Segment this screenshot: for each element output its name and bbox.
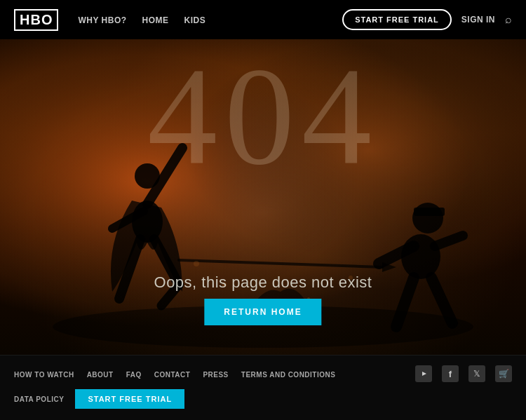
nav-links: WHY HBO? HOME KIDS [78, 13, 342, 26]
search-icon[interactable]: ⌕ [505, 13, 512, 26]
footer-top: HOW TO WATCH ABOUT FAQ CONTACT PRESS TER… [14, 365, 512, 382]
footer-how-to-watch[interactable]: HOW TO WATCH [14, 371, 74, 379]
cart-icon[interactable]: 🛒 [495, 365, 512, 382]
footer-contact[interactable]: CONTACT [154, 371, 191, 379]
nav-why-hbo[interactable]: WHY HBO? [78, 15, 126, 25]
header: HBO WHY HBO? HOME KIDS START FREE TRIAL … [0, 0, 526, 39]
twitter-icon[interactable]: 𝕏 [468, 365, 485, 382]
footer-bottom: DATA POLICY START FREE TRIAL [14, 389, 512, 409]
footer-faq[interactable]: FAQ [126, 371, 142, 379]
facebook-icon[interactable]: f [442, 365, 459, 382]
start-free-trial-button[interactable]: START FREE TRIAL [342, 9, 452, 30]
header-right: START FREE TRIAL SIGN IN ⌕ [342, 9, 512, 30]
footer: HOW TO WATCH ABOUT FAQ CONTACT PRESS TER… [0, 355, 526, 420]
footer-trial-button[interactable]: START FREE TRIAL [75, 389, 184, 409]
hero-section: 404 Oops, this page does not exist RETUR… [0, 39, 526, 355]
hbo-logo: HBO [14, 9, 58, 31]
footer-terms[interactable]: TERMS AND CONDITIONS [241, 371, 336, 379]
nav-home[interactable]: HOME [142, 15, 169, 25]
return-home-button[interactable]: RETURN HOME [204, 299, 321, 325]
footer-nav: HOW TO WATCH ABOUT FAQ CONTACT PRESS TER… [14, 367, 335, 380]
smoke-effect [193, 81, 333, 222]
error-message: Oops, this page does not exist [0, 273, 526, 292]
data-policy-link[interactable]: DATA POLICY [14, 395, 64, 403]
nav-kids[interactable]: KIDS [184, 15, 206, 25]
footer-about[interactable]: ABOUT [87, 371, 114, 379]
sign-in-link[interactable]: SIGN IN [461, 15, 495, 25]
social-icons: f 𝕏 🛒 [415, 365, 512, 382]
youtube-icon[interactable] [415, 365, 432, 382]
footer-press[interactable]: PRESS [203, 371, 228, 379]
